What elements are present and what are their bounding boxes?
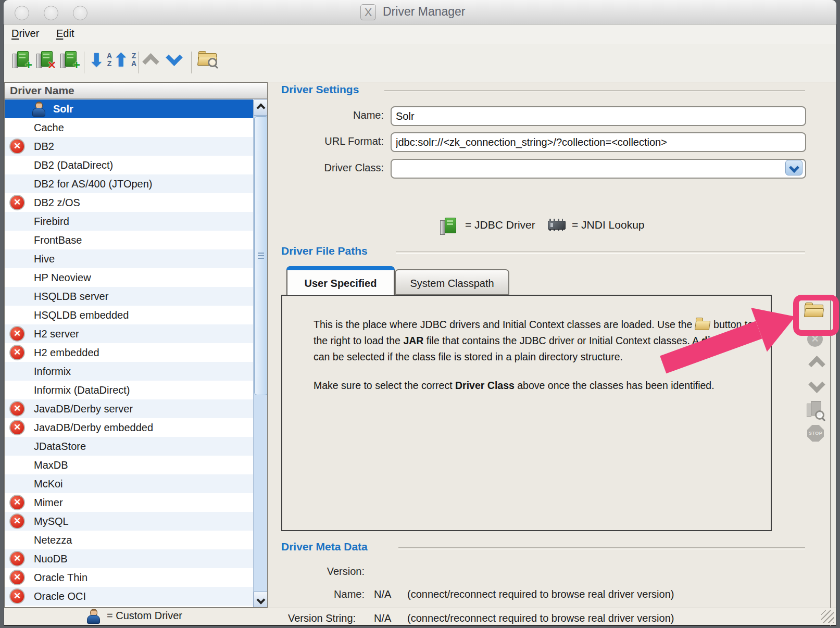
- list-item[interactable]: ✕JavaDB/Derby server: [5, 399, 253, 418]
- instructions-note: Make sure to select the correct Driver C…: [314, 378, 759, 394]
- scroll-up-button[interactable]: [254, 99, 268, 116]
- custom-driver-icon: [32, 102, 45, 117]
- error-icon: ✕: [9, 551, 25, 567]
- detect-driver-class-button[interactable]: [805, 401, 825, 422]
- meta-name-value: N/A: [374, 588, 391, 600]
- resize-grip[interactable]: [821, 610, 834, 623]
- driver-name: Firebird: [34, 212, 69, 231]
- driver-name: Oracle Thin: [34, 568, 87, 587]
- chevron-down-icon: [789, 162, 799, 173]
- version-label: Version:: [281, 566, 365, 577]
- add-driver-button[interactable]: +: [12, 51, 34, 74]
- version-string-note: (connect/reconnect required to browse re…: [407, 612, 674, 624]
- list-item[interactable]: ✕DB2: [5, 137, 253, 156]
- move-up-button[interactable]: [145, 56, 167, 80]
- driver-name: Solr: [53, 100, 73, 118]
- list-item[interactable]: Cache: [5, 118, 253, 137]
- driver-list-header[interactable]: Driver Name: [5, 83, 267, 99]
- list-item[interactable]: Netezza: [5, 531, 253, 549]
- panel-right-edge: [830, 295, 831, 626]
- driver-class-dropdown-button[interactable]: [785, 160, 803, 175]
- tab-user-specified[interactable]: User Specified: [286, 266, 395, 295]
- url-format-label: URL Format:: [281, 135, 384, 147]
- jndi-chip-icon: [547, 218, 566, 232]
- move-down-button[interactable]: [168, 52, 190, 76]
- list-item[interactable]: ✕Oracle Thin: [5, 568, 253, 587]
- open-folder-button[interactable]: [804, 302, 824, 323]
- vertical-scrollbar[interactable]: [253, 99, 268, 608]
- driver-name: JavaDB/Derby server: [34, 399, 133, 418]
- abort-button[interactable]: STOP: [805, 425, 826, 446]
- list-item[interactable]: DB2 (DataDirect): [5, 156, 253, 174]
- list-item[interactable]: Firebird: [5, 212, 253, 231]
- list-item[interactable]: ✕DB2 z/OS: [5, 193, 253, 212]
- find-driver-button[interactable]: [198, 51, 220, 74]
- delete-driver-icon: ✕: [36, 51, 55, 69]
- sort-az-icon: ⬇AZ: [90, 51, 112, 73]
- toolbar-separator: [191, 52, 192, 73]
- list-item[interactable]: Informix (DataDirect): [5, 381, 253, 399]
- minimize-window-button[interactable]: [44, 6, 58, 20]
- list-item[interactable]: HSQLDB embedded: [5, 306, 253, 324]
- driver-class-combobox[interactable]: [391, 159, 806, 179]
- list-item[interactable]: DB2 for AS/400 (JTOpen): [5, 174, 253, 193]
- open-folder-icon: [805, 302, 823, 318]
- driver-name: HSQLDB server: [34, 287, 108, 306]
- section-divider: [396, 252, 805, 254]
- driver-name: McKoi: [34, 474, 63, 493]
- list-item[interactable]: Hive: [5, 249, 253, 268]
- list-item[interactable]: McKoi: [5, 474, 253, 493]
- scroll-down-button[interactable]: [254, 592, 268, 608]
- copy-driver-button[interactable]: +: [60, 51, 82, 74]
- list-item[interactable]: ✕NuoDB: [5, 549, 253, 568]
- move-entry-down-button[interactable]: [806, 379, 827, 399]
- list-item[interactable]: ✕Oracle OCI: [5, 587, 253, 606]
- error-icon: ✕: [9, 513, 25, 529]
- driver-name: MySQL: [34, 512, 69, 531]
- delete-driver-button[interactable]: ✕: [36, 51, 58, 74]
- error-icon: ✕: [9, 588, 25, 604]
- tab-system-classpath[interactable]: System Classpath: [395, 269, 509, 295]
- list-item[interactable]: FrontBase: [5, 231, 253, 249]
- list-item[interactable]: HP Neoview: [5, 268, 253, 287]
- close-window-button[interactable]: [15, 6, 29, 20]
- sort-ascending-button[interactable]: ⬇AZ: [90, 51, 112, 74]
- chevron-up-icon: [142, 53, 159, 70]
- driver-name: Informix: [34, 362, 71, 381]
- list-item[interactable]: ✕JavaDB/Derby embedded: [5, 418, 253, 437]
- add-driver-icon: +: [12, 51, 31, 69]
- jdbc-driver-icon: [440, 217, 459, 238]
- error-icon: ✕: [9, 401, 25, 417]
- error-icon: ✕: [9, 195, 25, 210]
- menu-edit[interactable]: Edit: [56, 28, 74, 40]
- detect-driver-icon: [806, 401, 824, 419]
- url-format-input[interactable]: [391, 132, 806, 152]
- toolbar: + ✕ + ⬇AZ ⬆ZA: [4, 44, 836, 82]
- list-item[interactable]: ✕Mimer: [5, 493, 253, 512]
- menu-driver[interactable]: Driver: [11, 28, 39, 40]
- list-item[interactable]: ✕MySQL: [5, 512, 253, 531]
- toolbar-separator: [84, 52, 84, 73]
- window-title: Driver Manager: [383, 5, 466, 19]
- driver-name: Cache: [34, 118, 64, 137]
- tab-label: System Classpath: [410, 278, 494, 289]
- zoom-window-button[interactable]: [73, 6, 87, 20]
- meta-name-note: (connect/reconnect required to browse re…: [407, 588, 674, 600]
- sort-descending-button[interactable]: ⬆ZA: [115, 51, 136, 74]
- search-folder-icon: [198, 51, 217, 66]
- list-item[interactable]: ✕H2 embedded: [5, 343, 253, 362]
- scrollbar-thumb[interactable]: [254, 116, 268, 395]
- title-bar[interactable]: X Driver Manager: [4, 0, 836, 24]
- driver-name: Oracle OCI: [34, 587, 86, 606]
- list-item[interactable]: ✕H2 server: [5, 324, 253, 343]
- copy-driver-icon: +: [60, 51, 79, 69]
- list-item[interactable]: HSQLDB server: [5, 287, 253, 306]
- list-item[interactable]: JDataStore: [5, 437, 253, 456]
- jndi-legend-label: = JNDI Lookup: [572, 219, 645, 231]
- list-item[interactable]: Solr: [5, 99, 253, 118]
- driver-name: FrontBase: [34, 231, 82, 249]
- meta-name-label: Name:: [281, 588, 365, 600]
- driver-name-input[interactable]: [391, 106, 806, 126]
- list-item[interactable]: Informix: [5, 362, 253, 381]
- list-item[interactable]: MaxDB: [5, 456, 253, 474]
